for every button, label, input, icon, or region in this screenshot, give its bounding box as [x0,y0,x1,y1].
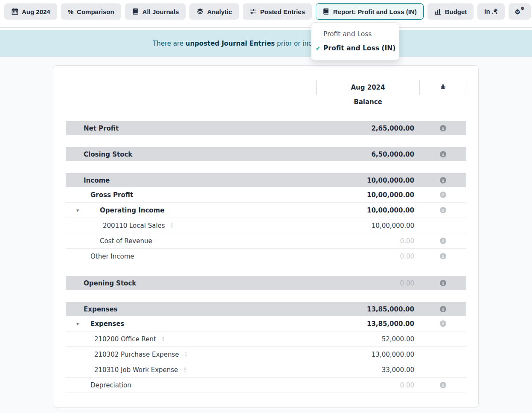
banner-text-prefix: There are [153,40,186,47]
toolbar-button-label: Analytic [207,8,232,15]
toolbar-button-aug-2024[interactable]: Aug 2024 [4,3,57,20]
row-label[interactable]: Expenses [90,320,125,328]
info-circle-icon[interactable]: i [440,238,446,244]
report-row-other-income: Other Income0.00i [66,249,466,264]
dropdown-item-profit-and-loss[interactable]: Profit and Loss [311,27,399,41]
info-circle-icon[interactable]: i [440,253,446,259]
row-balance-value: 10,00,000.00 [367,177,414,184]
toolbar-button-label: In .₹ [484,8,497,15]
row-label[interactable]: 210200 Office Rent [94,335,156,343]
report-row-expenses: Expenses13,85,000.00i [66,302,466,316]
report-row-210302-purchase-expense: 210302 Purchase Expense⋮13,00,000.00 [66,347,466,362]
toolbar-button-label: Posted Entries [260,8,305,15]
caret-down-icon[interactable]: ▾ [76,320,79,326]
book-icon [323,8,330,15]
info-circle-icon[interactable]: i [440,151,446,157]
row-label[interactable]: 200110 Local Sales [103,222,165,230]
toolbar-button-analytic[interactable]: Analytic [189,3,238,20]
row-label: Net Profit [84,125,119,132]
row-label[interactable]: 210310 Job Work Expense [94,366,178,374]
row-label[interactable]: 210302 Purchase Expense [94,351,179,358]
report-rows: Net Profit2,65,000.00iClosing Stock6,50,… [66,121,466,393]
book-icon [132,8,139,15]
row-label: Cost of Revenue [100,237,152,245]
row-balance-value: 2,65,000.00 [371,125,414,132]
unposted-journal-entries-link[interactable]: unposted Journal Entries [186,40,275,47]
toolbar-button-label: Budget [445,8,467,15]
info-circle-icon[interactable]: i [440,320,446,327]
row-balance-value: 52,000.00 [382,335,414,343]
info-circle-icon[interactable]: i [440,280,446,286]
report-row-closing-stock: Closing Stock6,50,000.00i [66,147,466,161]
info-circle-icon[interactable]: i [440,207,446,213]
report-row-expenses: ▾Expenses13,85,000.00i [66,316,466,332]
unposted-entries-banner: There are unposted Journal Entries prior… [0,30,532,57]
report-row-income: Income10,00,000.00i [66,173,466,187]
toolbar-button-label: All Journals [142,8,179,15]
kebab-menu-icon[interactable]: ⋮ [169,222,174,229]
bug-icon [440,84,446,92]
row-balance-value: 0.00 [400,253,414,260]
row-balance-value: 0.00 [400,279,414,287]
row-label: Expenses [84,305,118,313]
row-balance-value: 0.00 [400,237,414,245]
toolbar-button-gears-icon[interactable]: ⚙⚙ [509,3,531,20]
content-background: Aug 2024 Balance Net Profit2,65,000.00iC… [0,57,532,413]
gears-icon: ⚙⚙ [515,8,524,15]
row-label[interactable]: Operating Income [100,206,164,214]
kebab-menu-icon[interactable]: ⋮ [160,336,166,342]
sliders-icon [250,8,257,15]
toolbar-button-budget[interactable]: Budget [427,3,474,20]
row-label: Closing Stock [84,151,132,158]
period-column-header: Aug 2024 [316,80,420,95]
report-row-200110-local-sales: 200110 Local Sales⋮10,00,000.00 [66,218,466,233]
report-row-opening-stock: Opening Stock0.00i [66,276,466,290]
report-row-210200-office-rent: 210200 Office Rent⋮52,000.00 [66,332,466,347]
row-balance-value: 0.00 [400,381,414,389]
debug-column-header[interactable] [419,80,466,95]
row-balance-value: 10,00,000.00 [367,191,414,199]
row-balance-value: 13,00,000.00 [372,351,414,358]
info-circle-icon[interactable]: i [440,177,446,183]
kebab-menu-icon[interactable]: ⋮ [182,366,187,373]
balance-column-label: Balance [316,98,420,106]
row-balance-value: 33,000.00 [382,366,414,374]
check-icon: ✔ [316,45,320,51]
toolbar-button-in[interactable]: In .₹ [477,3,504,20]
report-row-operating-income: ▾Operating Income10,00,000.00i [66,203,466,218]
dropdown-item-label: Profit and Loss (IN) [323,44,395,52]
toolbar-button-report-profit-and-loss-in[interactable]: Report: Profit and Loss (IN) [316,3,424,20]
row-label: Gross Profit [90,191,133,199]
row-label: Income [84,177,110,184]
kebab-menu-icon[interactable]: ⋮ [183,351,189,358]
percent-icon: % [68,9,73,15]
report-row-gross-profit: Gross Profit10,00,000.00i [66,187,466,203]
toolbar-button-comparison[interactable]: %Comparison [61,3,121,20]
report-type-dropdown-menu: Profit and Loss✔Profit and Loss (IN) [311,22,399,61]
info-circle-icon[interactable]: i [440,382,446,388]
toolbar-button-posted-entries[interactable]: Posted Entries [243,3,312,20]
row-balance-value: 10,00,000.00 [367,206,414,214]
report-row-net-profit: Net Profit2,65,000.00i [66,121,466,135]
dropdown-item-label: Profit and Loss [323,30,372,38]
row-label: Opening Stock [84,279,136,287]
report-card: Aug 2024 Balance Net Profit2,65,000.00iC… [53,65,479,407]
toolbar-button-label: Comparison [77,8,114,15]
info-circle-icon[interactable]: i [440,306,446,312]
row-balance-value: 13,85,000.00 [367,305,414,313]
banner-text-suffix: prior or inc [275,40,312,47]
row-balance-value: 13,85,000.00 [367,320,414,328]
toolbar-button-all-journals[interactable]: All Journals [125,3,186,20]
report-row-depreciation: Depreciation0.00i [66,378,466,393]
calendar-icon [11,8,18,15]
info-circle-icon[interactable]: i [440,125,446,131]
bar-chart-icon [434,8,442,15]
caret-down-icon[interactable]: ▾ [76,207,79,213]
report-row-cost-of-revenue: Cost of Revenue0.00i [66,233,466,249]
dropdown-item-profit-and-loss-in[interactable]: ✔Profit and Loss (IN) [311,41,399,55]
row-balance-value: 10,00,000.00 [372,222,414,230]
row-label: Other Income [90,253,134,260]
info-circle-icon[interactable]: i [440,192,446,198]
toolbar-button-label: Aug 2024 [22,8,50,15]
row-label: Depreciation [90,381,131,389]
